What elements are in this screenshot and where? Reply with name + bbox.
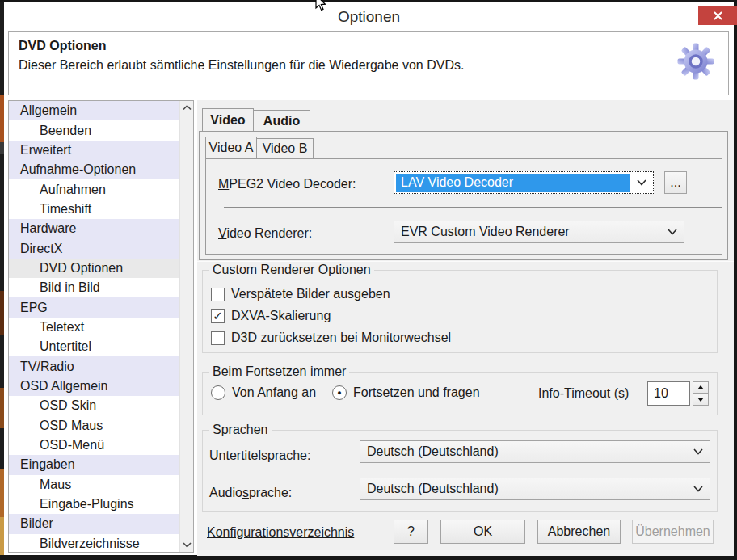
sidebar-item-aufnahme-optionen[interactable]: Aufnahme-Optionen xyxy=(9,160,179,179)
spin-up-button[interactable] xyxy=(693,381,709,394)
late-frames-checkbox-label: Verspätete Bilder ausgeben xyxy=(231,287,390,301)
video-renderer-label: Video Renderer: xyxy=(218,226,312,241)
spin-down-button[interactable] xyxy=(693,394,709,406)
sidebar-item-osd-maus[interactable]: OSD Maus xyxy=(9,416,179,436)
mpeg2-decoder-select[interactable]: LAV Video Decoder xyxy=(394,171,654,194)
cancel-button[interactable]: Abbrechen xyxy=(537,520,621,544)
subtitle-language-value: Deutsch (Deutschland) xyxy=(367,444,499,459)
mpeg2-decoder-label: MPEG2 Video Decoder: xyxy=(218,177,356,192)
chevron-down-icon xyxy=(693,448,703,455)
checkbox-unchecked-icon[interactable] xyxy=(211,331,225,345)
chevron-down-icon xyxy=(693,486,703,492)
sidebar-item-aufnahmen[interactable]: Aufnahmen xyxy=(9,179,179,199)
sidebar-item-erweitert[interactable]: Erweitert xyxy=(9,141,179,160)
sidebar-item-osd-skin[interactable]: OSD Skin xyxy=(9,396,179,415)
subtitle-language-select[interactable]: Deutsch (Deutschland) xyxy=(360,440,710,463)
sidebar-item-bildverzeichnisse[interactable]: Bildverzeichnisse xyxy=(9,534,179,552)
tab-audio[interactable]: Audio xyxy=(254,110,310,131)
resume-group-title: Beim Fortsetzen immer xyxy=(209,364,349,379)
late-frames-checkbox-row[interactable]: Verspätete Bilder ausgeben xyxy=(211,285,390,303)
resume-ask-radio-row[interactable]: ● Fortsetzen und fragen xyxy=(332,384,480,402)
tab-video-b[interactable]: Video B xyxy=(257,138,314,158)
chevron-up-icon xyxy=(183,105,192,111)
info-timeout-label: Info-Timeout (s) xyxy=(538,386,629,401)
page-description: Dieser Bereich erlaubt sämtliche Einstel… xyxy=(19,58,464,73)
options-dialog: Optionen DVD Optionen Dieser Bereich erl… xyxy=(0,0,737,560)
tab-video[interactable]: Video xyxy=(202,108,254,131)
video-renderer-select[interactable]: EVR Custom Video Renderer xyxy=(394,221,684,243)
dxva-scaling-checkbox-label: DXVA-Skalierung xyxy=(231,309,331,323)
chevron-down-icon xyxy=(637,179,646,186)
subtitle-language-label: Untertitelsprache: xyxy=(209,448,310,463)
checkbox-checked-icon[interactable]: ✓ xyxy=(211,309,225,323)
sidebar-item-beenden[interactable]: Beenden xyxy=(9,120,179,140)
scroll-up-button[interactable] xyxy=(180,101,194,115)
checkbox-unchecked-icon[interactable] xyxy=(211,288,225,301)
resume-group: Beim Fortsetzen immer Von Anfang an ● Fo… xyxy=(202,372,718,415)
custom-renderer-group: Custom Renderer Optionen Verspätete Bild… xyxy=(202,270,718,353)
help-button[interactable]: ? xyxy=(394,520,428,544)
title-bar[interactable]: Optionen xyxy=(4,2,734,29)
apply-button-disabled: Übernehmen xyxy=(632,520,714,544)
window-title: Optionen xyxy=(4,8,734,26)
sidebar-item-directx[interactable]: DirectX xyxy=(9,238,179,258)
d3d-reset-checkbox-row[interactable]: D3D zurücksetzen bei Monitorwechsel xyxy=(211,329,451,347)
sidebar-item-untertitel[interactable]: Untertitel xyxy=(9,337,179,356)
sidebar-item-bild-in-bild[interactable]: Bild in Bild xyxy=(9,278,179,297)
decoder-renderer-divider xyxy=(224,207,722,208)
gear-icon xyxy=(676,42,715,81)
radio-unselected-icon[interactable] xyxy=(211,385,225,400)
languages-group-title: Sprachen xyxy=(209,423,272,437)
from-start-radio-row[interactable]: Von Anfang an xyxy=(211,384,316,402)
mpeg2-browse-button[interactable]: ... xyxy=(664,171,687,194)
triangle-up-icon xyxy=(697,385,704,389)
page-title: DVD Optionen xyxy=(19,39,106,53)
sidebar-item-epg[interactable]: EPG xyxy=(9,297,179,317)
close-button[interactable] xyxy=(698,6,737,25)
triangle-down-icon xyxy=(697,398,704,402)
config-directory-link[interactable]: Konfigurationsverzeichnis xyxy=(207,525,354,540)
resume-ask-radio-label: Fortsetzen und fragen xyxy=(353,385,480,400)
sidebar-item-list: Allgemein Beenden Erweitert Aufnahme-Opt… xyxy=(9,101,179,552)
custom-renderer-group-title: Custom Renderer Optionen xyxy=(209,263,374,277)
audio-language-select[interactable]: Deutsch (Deutschland) xyxy=(360,478,710,500)
sidebar-item-osd-menue[interactable]: OSD-Menü xyxy=(9,436,179,455)
sidebar-item-timeshift[interactable]: Timeshift xyxy=(9,200,179,219)
dxva-scaling-checkbox-row[interactable]: ✓ DXVA-Skalierung xyxy=(211,307,331,325)
video-renderer-selected-value: EVR Custom Video Renderer xyxy=(401,225,570,239)
sidebar-item-eingaben[interactable]: Eingaben xyxy=(9,455,179,474)
mouse-cursor-icon xyxy=(314,0,329,13)
page-header: DVD Optionen Dieser Bereich erlaubt sämt… xyxy=(8,31,729,95)
window-right-edge xyxy=(734,0,737,560)
radio-selected-icon[interactable]: ● xyxy=(332,385,347,400)
window-left-edge xyxy=(0,0,4,560)
chevron-down-icon xyxy=(668,229,677,235)
ok-button[interactable]: OK xyxy=(440,520,525,544)
info-timeout-value: 10 xyxy=(654,386,668,401)
sidebar-item-osd-allgemein[interactable]: OSD Allgemein xyxy=(9,377,179,396)
sidebar-item-maus[interactable]: Maus xyxy=(9,475,179,495)
d3d-reset-checkbox-label: D3D zurücksetzen bei Monitorwechsel xyxy=(231,331,451,345)
sidebar-item-dvd-optionen[interactable]: DVD Optionen xyxy=(9,259,179,278)
chevron-down-icon xyxy=(183,542,192,548)
sidebar-item-eingabe-plugins[interactable]: Eingabe-Plugins xyxy=(9,495,179,514)
audio-language-label: Audiosprache: xyxy=(209,486,292,500)
sidebar-item-hardware[interactable]: Hardware xyxy=(9,219,179,238)
section-divider xyxy=(197,261,734,262)
tab-video-a[interactable]: Video A xyxy=(205,137,257,158)
languages-group: Sprachen Untertitelsprache: Deutsch (Deu… xyxy=(202,430,718,512)
close-icon xyxy=(713,11,723,21)
audio-language-value: Deutsch (Deutschland) xyxy=(367,482,499,496)
sidebar-item-tv-radio[interactable]: TV/Radio xyxy=(9,356,179,376)
mpeg2-decoder-selected-value: LAV Video Decoder xyxy=(396,174,630,192)
settings-content-panel: Video Audio Video A Video B MPEG2 Video … xyxy=(197,100,734,556)
sidebar-item-teletext[interactable]: Teletext xyxy=(9,318,179,337)
sidebar-scrollbar[interactable] xyxy=(179,101,193,552)
settings-nav-sidebar: Allgemein Beenden Erweitert Aufnahme-Opt… xyxy=(8,100,194,553)
sidebar-item-allgemein[interactable]: Allgemein xyxy=(9,101,179,120)
info-timeout-input[interactable]: 10 xyxy=(647,381,690,406)
sidebar-item-bilder[interactable]: Bilder xyxy=(9,514,179,533)
scroll-down-button[interactable] xyxy=(180,538,194,552)
from-start-radio-label: Von Anfang an xyxy=(232,385,316,400)
